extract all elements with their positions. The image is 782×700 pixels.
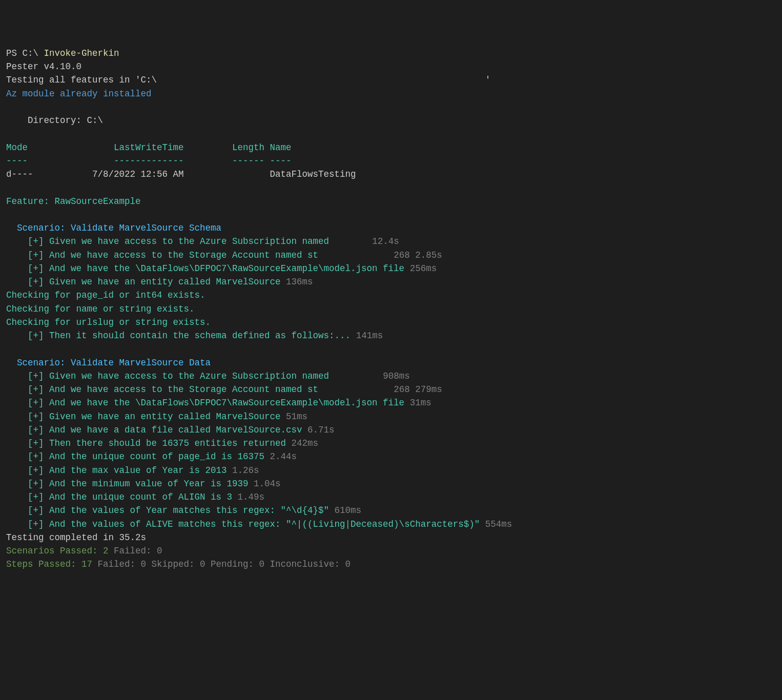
output-line: [+] And the max value of Year is 2013 1.… — [6, 464, 776, 477]
blank-line — [6, 100, 776, 114]
output-line: Az module already installed — [6, 87, 776, 100]
step-time: 1.04s — [254, 479, 281, 489]
dir-date: 7/8/2022 12:56 AM — [92, 169, 184, 179]
step-text: [+] And the values of ALIVE matches this… — [6, 519, 485, 529]
output-line: PS C:\ Invoke-Gherkin — [6, 47, 776, 60]
blank-line — [6, 127, 776, 140]
scenario-title: Scenario: Validate MarvelSource Data — [6, 358, 211, 368]
step-time: 268 2.85s — [394, 250, 442, 260]
step-text: [+] And the values of Year matches this … — [6, 505, 335, 516]
steps-failed: Failed: 0 Skipped: 0 Pending: 0 Inconclu… — [98, 559, 351, 569]
command: Invoke-Gherkin — [44, 48, 119, 58]
output-line: [+] And the minimum value of Year is 193… — [6, 477, 776, 490]
blank-line — [6, 181, 776, 194]
output-line: Scenario: Validate MarvelSource Schema — [6, 221, 776, 235]
output-line: [+] Given we have access to the Azure Su… — [6, 369, 776, 383]
testing-path: Testing all features in 'C:\ — [6, 75, 157, 85]
output-line: [+] And we have access to the Storage Ac… — [6, 249, 776, 262]
output-line: Pester v4.10.0 — [6, 60, 776, 73]
output-line: [+] Given we have an entity called Marve… — [6, 275, 776, 289]
prompt: PS C:\ — [6, 48, 44, 58]
step-text: [+] Given we have access to the Azure Su… — [6, 371, 335, 381]
output-line: Directory: C:\ — [6, 114, 776, 127]
summary-completed: Testing completed in 35.2s — [6, 532, 146, 543]
step-time: 268 279ms — [394, 384, 442, 395]
check-line: Checking for name or string exists. — [6, 304, 195, 314]
terminal-output: PS C:\ Invoke-GherkinPester v4.10.0Testi… — [6, 47, 776, 571]
output-line: [+] And the values of ALIVE matches this… — [6, 518, 776, 531]
step-time: 141ms — [356, 331, 383, 341]
step-time: 2.44s — [270, 451, 297, 462]
step-time: 136ms — [286, 277, 313, 287]
blank-line — [6, 342, 776, 356]
step-text: [+] Then it should contain the schema de… — [6, 331, 356, 341]
output-line: [+] And we have access to the Storage Ac… — [6, 383, 776, 396]
step-time: 256ms — [410, 263, 437, 274]
step-time: 242ms — [292, 438, 319, 448]
step-text: [+] And we have the \DataFlows\DFPOC7\Ra… — [6, 263, 410, 274]
step-text: [+] And we have access to the Storage Ac… — [6, 384, 318, 395]
step-text: [+] And the unique count of ALIGN is 3 — [6, 492, 238, 502]
output-line: [+] And we have the \DataFlows\DFPOC7\Ra… — [6, 262, 776, 275]
step-text: [+] And we have the \DataFlows\DFPOC7\Ra… — [6, 398, 410, 408]
step-time: 31ms — [410, 398, 431, 408]
output-line: Feature: RawSourceExample — [6, 195, 776, 208]
step-time: 1.49s — [238, 492, 265, 502]
dir-name: DataFlowsTesting — [264, 169, 356, 179]
col-name: Name — [264, 142, 292, 153]
step-time: 908ms — [383, 371, 410, 381]
output-line: Testing all features in 'C:\ ' — [6, 73, 776, 87]
output-line: Scenarios Passed: 2 Failed: 0 — [6, 544, 776, 558]
col-length: Length — [184, 142, 265, 153]
col-mode: Mode — [6, 142, 98, 153]
scenario-title: Scenario: Validate MarvelSource Schema — [6, 223, 221, 233]
az-status: Az module already installed — [6, 89, 152, 99]
step-text: [+] And we have a data file called Marve… — [6, 425, 307, 435]
output-line: d---- 7/8/2022 12:56 AM DataFlowsTesting — [6, 168, 776, 181]
step-time: 51ms — [286, 411, 307, 422]
output-line: Scenario: Validate MarvelSource Data — [6, 356, 776, 369]
scenarios-failed: Failed: 0 — [114, 546, 162, 556]
step-text: [+] And the max value of Year is 2013 — [6, 465, 232, 476]
step-time: 554ms — [485, 519, 512, 529]
output-line: Testing completed in 35.2s — [6, 531, 776, 544]
output-line: [+] And the values of Year matches this … — [6, 504, 776, 517]
scenarios-passed: Scenarios Passed: 2 — [6, 546, 114, 556]
output-line: [+] Then it should contain the schema de… — [6, 329, 776, 342]
pester-version: Pester v4.10.0 — [6, 61, 81, 72]
step-text: [+] And we have access to the Storage Ac… — [6, 250, 318, 260]
step-text: [+] And the unique count of page_id is 1… — [6, 451, 270, 462]
output-line: [+] And we have the \DataFlows\DFPOC7\Ra… — [6, 396, 776, 409]
output-line: Mode LastWriteTime Length Name — [6, 141, 776, 154]
step-text: [+] And the minimum value of Year is 193… — [6, 479, 254, 489]
step-text: [+] Then there should be 16375 entities … — [6, 438, 292, 448]
directory-label: Directory: C:\ — [6, 115, 103, 126]
output-line: Checking for name or string exists. — [6, 302, 776, 316]
check-line: Checking for page_id or int64 exists. — [6, 290, 205, 300]
steps-passed: Steps Passed: 17 — [6, 559, 98, 569]
output-line: [+] Given we have an entity called Marve… — [6, 410, 776, 423]
step-time: 6.71s — [307, 425, 335, 435]
output-line: [+] Then there should be 16375 entities … — [6, 437, 776, 450]
step-time: 610ms — [335, 505, 362, 516]
output-line: Steps Passed: 17 Failed: 0 Skipped: 0 Pe… — [6, 558, 776, 571]
output-line: [+] And the unique count of page_id is 1… — [6, 450, 776, 463]
output-line: ---- ------------- ------ ---- — [6, 154, 776, 168]
step-text: [+] Given we have an entity called Marve… — [6, 411, 286, 422]
step-text: [+] Given we have access to the Azure Su… — [6, 236, 335, 246]
check-line: Checking for urlslug or string exists. — [6, 317, 211, 327]
step-time: 1.26s — [232, 465, 259, 476]
step-time: 12.4s — [372, 236, 399, 246]
output-line: Checking for urlslug or string exists. — [6, 316, 776, 329]
dir-mode: d---- — [6, 169, 92, 179]
output-line: [+] And we have a data file called Marve… — [6, 423, 776, 437]
feature-title: Feature: RawSourceExample — [6, 196, 141, 207]
col-lwt: LastWriteTime — [98, 142, 184, 153]
output-line: [+] And the unique count of ALIGN is 3 1… — [6, 490, 776, 504]
blank-line — [6, 208, 776, 221]
step-text: [+] Given we have an entity called Marve… — [6, 277, 286, 287]
output-line: [+] Given we have access to the Azure Su… — [6, 235, 776, 248]
output-line: Checking for page_id or int64 exists. — [6, 289, 776, 302]
